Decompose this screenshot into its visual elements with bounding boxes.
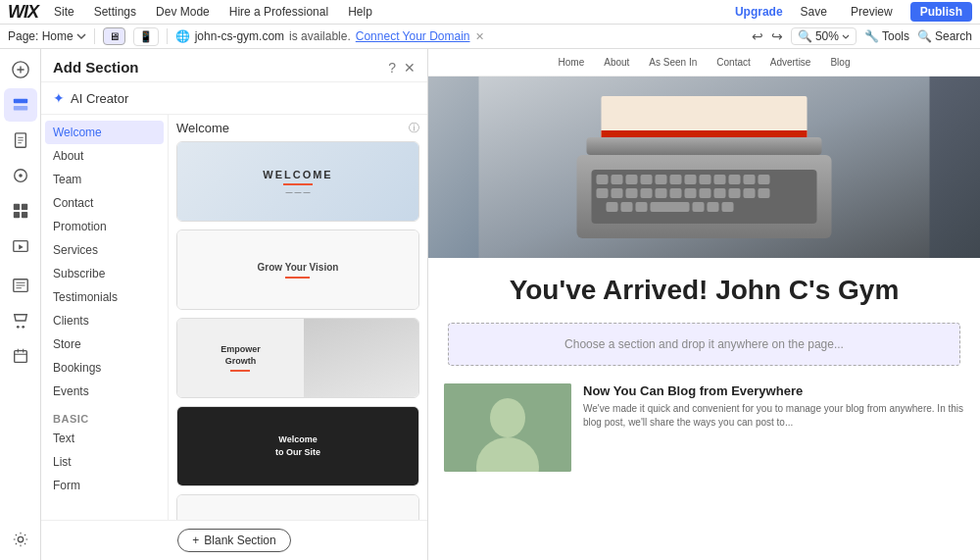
chevron-zoom-icon: [842, 34, 850, 39]
nav-item-form[interactable]: Form: [41, 474, 168, 497]
nav-item-subscribe[interactable]: Subscribe: [41, 262, 168, 285]
template-card-3[interactable]: EmpowerGrowth: [176, 318, 419, 398]
site-nav-as-seen[interactable]: As Seen In: [649, 57, 697, 68]
template-2-title: Grow Your Vision: [258, 262, 339, 273]
connect-domain-link[interactable]: Connect Your Domain: [356, 29, 470, 43]
bookings-icon: [12, 347, 29, 365]
canvas-frame[interactable]: Home About As Seen In Contact Advertise …: [428, 49, 980, 560]
site-nav-blog[interactable]: Blog: [830, 57, 850, 68]
bookings-icon-btn[interactable]: [4, 339, 37, 373]
pages-icon: [12, 131, 29, 149]
svg-rect-38: [656, 188, 667, 198]
blank-section-button[interactable]: + Blank Section: [177, 529, 290, 552]
domain-bar: 🌐 john-cs-gym.com is available. Connect …: [175, 29, 484, 43]
redo-button[interactable]: ↪: [771, 28, 783, 44]
menu-hire-professional[interactable]: Hire a Professional: [225, 3, 332, 21]
plus-icon: [12, 61, 29, 78]
blog-text: We've made it quick and convenient for y…: [583, 402, 964, 430]
svg-rect-26: [656, 175, 667, 184]
blog-icon-btn[interactable]: [4, 269, 37, 302]
panel-title: Add Section: [53, 59, 139, 76]
pages-icon-btn[interactable]: [4, 124, 37, 157]
site-nav-about[interactable]: About: [604, 57, 629, 68]
desktop-view-button[interactable]: 🖥: [103, 27, 125, 45]
media-icon-btn[interactable]: [4, 229, 37, 263]
svg-rect-22: [597, 175, 609, 184]
svg-rect-40: [685, 188, 697, 198]
ai-creator-bar[interactable]: ✦ AI Creator: [41, 82, 427, 115]
sections-icon-btn[interactable]: [4, 88, 37, 122]
svg-rect-43: [729, 188, 741, 198]
svg-rect-48: [636, 202, 648, 212]
template-card-5[interactable]: Welcome: [176, 494, 419, 520]
templates-area: Welcome ⓘ WELCOME — — —: [169, 115, 427, 520]
nav-item-store[interactable]: Store: [41, 332, 168, 356]
menu-settings[interactable]: Settings: [90, 3, 140, 21]
publish-button[interactable]: Publish: [910, 2, 972, 22]
save-button[interactable]: Save: [795, 3, 833, 21]
store-icon: [12, 312, 29, 330]
svg-rect-18: [602, 130, 808, 137]
blank-section-label: Blank Section: [204, 534, 275, 547]
menu-help[interactable]: Help: [344, 3, 376, 21]
typewriter-illustration: [428, 76, 980, 258]
settings-icon-btn[interactable]: [4, 523, 37, 556]
svg-rect-2: [13, 106, 26, 111]
svg-rect-23: [612, 175, 623, 184]
nav-item-promotion[interactable]: Promotion: [41, 215, 168, 238]
info-icon[interactable]: ⓘ: [409, 121, 419, 135]
drop-zone-text: Choose a section and drop it anywhere on…: [564, 337, 844, 351]
site-nav-advertise[interactable]: Advertise: [770, 57, 811, 68]
template-4-title: Welcometo Our Site: [275, 433, 320, 458]
panel-close-button[interactable]: ✕: [404, 60, 416, 76]
nav-item-events[interactable]: Events: [41, 380, 168, 403]
svg-rect-33: [759, 175, 770, 184]
hero-title: You've Arrived! John C's Gym: [448, 274, 960, 307]
design-icon-btn[interactable]: [4, 159, 37, 192]
nav-item-list[interactable]: List: [41, 450, 168, 474]
search-button[interactable]: 🔍 Search: [917, 29, 972, 43]
nav-item-text[interactable]: Text: [41, 427, 168, 450]
ai-sparkle-icon: ✦: [53, 90, 65, 106]
close-domain-icon[interactable]: ✕: [475, 30, 484, 43]
add-section-icon-btn[interactable]: [4, 53, 37, 86]
nav-item-contact[interactable]: Contact: [41, 191, 168, 215]
site-nav-home[interactable]: Home: [559, 57, 585, 68]
template-card-4[interactable]: Welcometo Our Site: [176, 406, 419, 486]
site-nav-contact[interactable]: Contact: [716, 57, 750, 68]
elements-icon-btn[interactable]: [4, 194, 37, 228]
panel-help-button[interactable]: ?: [388, 60, 396, 76]
blank-plus-icon: +: [192, 534, 199, 547]
svg-rect-27: [670, 175, 682, 184]
nav-item-bookings[interactable]: Bookings: [41, 356, 168, 380]
tools-button[interactable]: 🔧 Tools: [864, 29, 909, 43]
templates-label: Welcome ⓘ: [176, 121, 419, 135]
svg-rect-49: [651, 202, 690, 212]
template-card-1[interactable]: WELCOME — — —: [176, 141, 419, 222]
nav-item-services[interactable]: Services: [41, 238, 168, 262]
svg-rect-32: [744, 175, 756, 184]
undo-button[interactable]: ↩: [752, 28, 763, 44]
preview-button[interactable]: Preview: [845, 3, 899, 21]
template-card-2[interactable]: Grow Your Vision: [176, 229, 419, 310]
nav-item-welcome[interactable]: Welcome: [45, 121, 164, 144]
nav-item-about[interactable]: About: [41, 144, 168, 168]
upgrade-button[interactable]: Upgrade: [735, 5, 783, 19]
page-selector[interactable]: Page: Home: [8, 29, 86, 43]
nav-item-team[interactable]: Team: [41, 168, 168, 191]
tools-label: Tools: [882, 29, 909, 43]
store-icon-btn[interactable]: [4, 304, 37, 337]
tools-icon: 🔧: [864, 29, 879, 43]
menu-dev-mode[interactable]: Dev Mode: [152, 3, 214, 21]
media-icon: [12, 237, 29, 255]
drop-zone[interactable]: Choose a section and drop it anywhere on…: [448, 323, 960, 366]
svg-rect-42: [714, 188, 726, 198]
panel-content: Welcome About Team Contact Promotion Ser…: [41, 115, 427, 520]
menu-site[interactable]: Site: [50, 3, 78, 21]
search-label: Search: [935, 29, 972, 43]
zoom-control[interactable]: 🔍 50%: [791, 27, 857, 45]
nav-item-clients[interactable]: Clients: [41, 309, 168, 332]
secondary-toolbar: Page: Home 🖥 📱 🌐 john-cs-gym.com is avai…: [0, 25, 980, 49]
nav-item-testimonials[interactable]: Testimonials: [41, 285, 168, 309]
mobile-view-button[interactable]: 📱: [133, 27, 159, 46]
